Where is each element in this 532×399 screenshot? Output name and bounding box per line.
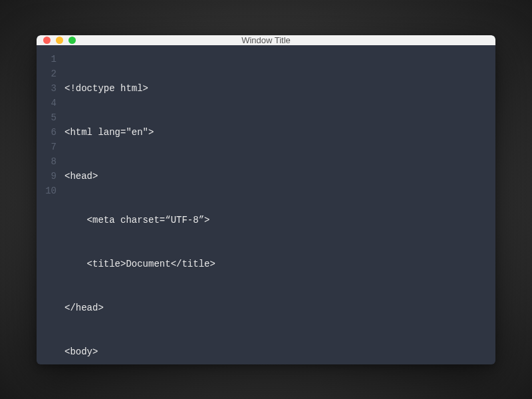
line-number: 2 <box>37 66 57 81</box>
line-number: 7 <box>37 140 57 154</box>
line-number: 1 <box>37 52 57 66</box>
line-number: 9 <box>37 169 57 184</box>
code-content[interactable]: <!doctype html> <html lang="en"> <head> … <box>65 52 495 364</box>
code-editor[interactable]: 1 2 3 4 5 6 7 8 9 10 <!doctype html> <ht… <box>37 45 495 364</box>
code-line[interactable]: </head> <box>65 301 495 315</box>
code-line[interactable]: <body> <box>65 344 495 359</box>
close-icon[interactable] <box>43 37 51 44</box>
titlebar[interactable]: Window Title <box>37 35 495 45</box>
line-number: 10 <box>37 184 57 198</box>
code-line[interactable]: <title>Document</title> <box>65 257 495 271</box>
line-number-gutter: 1 2 3 4 5 6 7 8 9 10 <box>37 52 65 364</box>
line-number: 6 <box>37 125 57 140</box>
minimize-icon[interactable] <box>56 37 63 44</box>
editor-window: Window Title 1 2 3 4 5 6 7 8 9 10 <!doct… <box>37 35 495 364</box>
code-line[interactable]: <head> <box>65 169 495 184</box>
code-line[interactable]: <meta charset=“UTF-8”> <box>65 213 495 227</box>
code-line[interactable]: <!doctype html> <box>65 81 495 96</box>
line-number: 4 <box>37 96 57 110</box>
line-number: 8 <box>37 154 57 169</box>
traffic-lights <box>37 37 76 44</box>
line-number: 5 <box>37 110 57 125</box>
code-line[interactable]: <html lang="en"> <box>65 125 495 140</box>
window-title: Window Title <box>37 35 495 45</box>
line-number: 3 <box>37 81 57 96</box>
zoom-icon[interactable] <box>68 37 76 44</box>
